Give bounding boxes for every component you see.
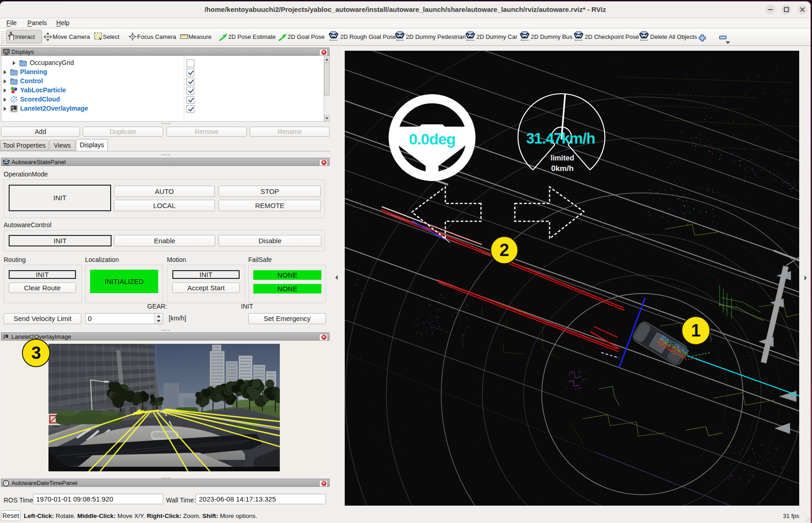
svg-text:31.47km/h: 31.47km/h — [526, 130, 595, 147]
svg-text:0.0deg: 0.0deg — [409, 130, 455, 148]
svg-text:0km/h: 0km/h — [551, 164, 573, 173]
svg-text:limited: limited — [550, 154, 574, 162]
svg-text:1: 1 — [691, 321, 700, 340]
svg-text:2: 2 — [499, 240, 509, 260]
